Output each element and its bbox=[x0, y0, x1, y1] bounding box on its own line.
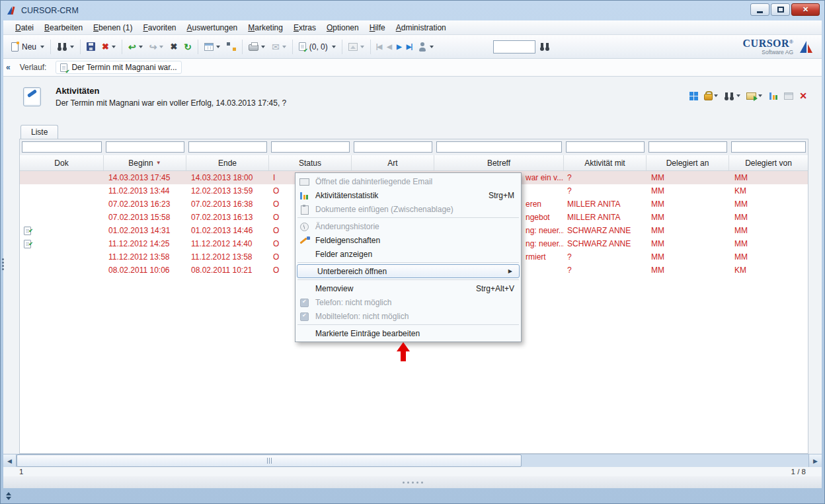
close-button[interactable]: ✕ bbox=[791, 3, 820, 16]
menu-datei[interactable]: Datei bbox=[10, 22, 39, 34]
close-view-button[interactable]: ✕ bbox=[799, 91, 807, 100]
scrollbar-thumb[interactable] bbox=[17, 454, 522, 467]
menu-bearbeiten[interactable]: Bearbeiten bbox=[39, 22, 88, 34]
scroll-left-button[interactable]: ◀ bbox=[3, 454, 17, 467]
sort-descending-icon: ▼ bbox=[156, 160, 161, 166]
column-header-status[interactable]: Status bbox=[269, 155, 352, 170]
menu-extras[interactable]: Extras bbox=[288, 22, 321, 34]
lock-button[interactable] bbox=[704, 91, 718, 100]
cell-dok bbox=[20, 224, 104, 237]
context-menu-item-felder-anzeigen[interactable]: Felder anzeigen bbox=[295, 247, 521, 261]
status-bar: 1 1 / 8 bbox=[3, 467, 822, 476]
find-button[interactable] bbox=[537, 38, 553, 55]
collapse-panel-icon[interactable]: « bbox=[5, 63, 12, 72]
header-search-button[interactable] bbox=[724, 92, 740, 100]
tab-liste[interactable]: Liste bbox=[20, 125, 58, 139]
back-button[interactable]: ↩ bbox=[126, 38, 145, 55]
filter-input-aktivit-t-mit[interactable] bbox=[566, 141, 645, 153]
filter-input-betreff[interactable] bbox=[436, 141, 562, 153]
forward-arrow-icon: ↪ bbox=[149, 42, 157, 52]
context-menu-item-aktivit-tenstatistik[interactable]: AktivitätenstatistikStrg+M bbox=[295, 188, 521, 202]
history-icon bbox=[298, 221, 311, 232]
toolbar-separator bbox=[80, 40, 81, 54]
menu-administration[interactable]: Administration bbox=[391, 22, 452, 34]
person-search-button[interactable] bbox=[415, 38, 436, 55]
context-menu-item-unterbereich-ffnen[interactable]: Unterbereich öffnen▶ bbox=[297, 264, 520, 278]
last-record-button[interactable]: ▶| bbox=[405, 44, 414, 50]
menu-optionen[interactable]: Optionen bbox=[321, 22, 364, 34]
menu-item-label: Felder anzeigen bbox=[315, 250, 372, 259]
maximize-button[interactable] bbox=[771, 3, 790, 16]
menu-ebenen-1[interactable]: Ebenen (1) bbox=[88, 22, 138, 34]
search-button[interactable] bbox=[54, 38, 77, 55]
minimize-button[interactable] bbox=[750, 3, 769, 16]
filter-cell-betreff bbox=[434, 139, 564, 155]
cell-delegiert-an: MM bbox=[647, 184, 729, 198]
bottom-left-resize-arrows[interactable] bbox=[6, 492, 11, 500]
filter-input-status[interactable] bbox=[271, 141, 350, 153]
print-button[interactable] bbox=[246, 38, 268, 55]
workflow-button[interactable] bbox=[224, 38, 239, 55]
cell-delegiert-von: KM bbox=[729, 184, 808, 198]
filter-input-dok[interactable] bbox=[22, 141, 102, 153]
splitter-handle[interactable] bbox=[3, 476, 822, 488]
menu-separator bbox=[297, 262, 519, 263]
minimize-icon bbox=[757, 11, 763, 13]
filter-input-beginn[interactable] bbox=[106, 141, 184, 153]
context-menu-item-memoview[interactable]: MemoviewStrg+Alt+V bbox=[295, 281, 521, 295]
person-search-icon bbox=[418, 42, 427, 52]
refresh-button[interactable]: ↻ bbox=[181, 38, 194, 55]
left-splitter-grip[interactable] bbox=[2, 257, 4, 271]
export-mail-button[interactable] bbox=[746, 92, 762, 100]
grid-view-button[interactable] bbox=[689, 92, 698, 100]
cell-aktivitaet-mit: ? bbox=[564, 250, 647, 264]
cell-beginn: 11.12.2012 14:25 bbox=[104, 237, 186, 250]
statistics-button[interactable] bbox=[768, 92, 778, 100]
context-menu-item-feldeigenschaften[interactable]: Feldeigenschaften bbox=[295, 233, 521, 247]
toolbar-separator bbox=[122, 40, 122, 54]
filter-input-ende[interactable] bbox=[188, 141, 267, 153]
new-button[interactable]: Neu bbox=[9, 38, 47, 55]
history-item[interactable]: Der Termin mit Magnani war... bbox=[56, 61, 181, 74]
cell-dok bbox=[20, 264, 104, 277]
filter-input-delegiert-von[interactable] bbox=[731, 141, 806, 153]
filter-cell-aktivit-t-mit bbox=[564, 139, 647, 155]
save-button[interactable] bbox=[84, 38, 98, 55]
cancel-button[interactable]: ✖ bbox=[167, 38, 180, 55]
quick-search-input[interactable] bbox=[493, 40, 535, 54]
column-header-ende[interactable]: Ende bbox=[186, 155, 269, 170]
column-header-label: Status bbox=[299, 159, 321, 168]
column-header-beginn[interactable]: Beginn▼ bbox=[104, 155, 186, 170]
history-item-label: Der Termin mit Magnani war... bbox=[71, 63, 177, 72]
column-header-art[interactable]: Art bbox=[352, 155, 434, 170]
scroll-right-button[interactable]: ▶ bbox=[808, 454, 822, 467]
column-header-delegiert-an[interactable]: Delegiert an bbox=[647, 155, 729, 170]
page-indicator: 1 / 8 bbox=[791, 468, 806, 476]
cell-aktivitaet-mit: SCHWARZ ANNE bbox=[564, 237, 647, 250]
next-record-button[interactable]: ▶ bbox=[395, 44, 403, 50]
cell-delegiert-an: MM bbox=[647, 198, 729, 211]
cell-beginn: 07.02.2013 15:58 bbox=[104, 211, 186, 224]
column-header-aktivit-t-mit[interactable]: Aktivität mit bbox=[564, 155, 647, 170]
menu-auswertungen[interactable]: Auswertungen bbox=[182, 22, 243, 34]
column-header-dok[interactable]: Dok bbox=[20, 155, 104, 170]
column-header-delegiert-von[interactable]: Delegiert von bbox=[729, 155, 808, 170]
scrollbar-track[interactable] bbox=[522, 454, 808, 467]
filter-cell-art bbox=[352, 139, 434, 155]
menu-favoriten[interactable]: Favoriten bbox=[138, 22, 181, 34]
cancel-x-icon: ✖ bbox=[170, 42, 177, 51]
delete-button[interactable]: ✖ bbox=[99, 38, 118, 55]
record-counter-button[interactable]: (0, 0) bbox=[296, 38, 338, 55]
filter-input-delegiert-an[interactable] bbox=[648, 141, 727, 153]
cell-delegiert-von: MM bbox=[729, 211, 808, 224]
brand-logo: CURSOR® Software AG bbox=[743, 38, 816, 55]
cell-delegiert-von: MM bbox=[729, 224, 808, 237]
lookup-button[interactable] bbox=[202, 38, 223, 55]
context-menu-item-markierte-eintr-ge-bearbeiten[interactable]: Markierte Einträge bearbeiten bbox=[295, 326, 521, 340]
forward-button: ↪ bbox=[147, 38, 167, 55]
column-header-betreff[interactable]: Betreff bbox=[434, 155, 564, 170]
filter-input-art[interactable] bbox=[354, 141, 432, 153]
menu-hilfe[interactable]: Hilfe bbox=[364, 22, 391, 34]
menu-marketing[interactable]: Marketing bbox=[243, 22, 288, 34]
chevron-down-icon bbox=[430, 46, 434, 48]
